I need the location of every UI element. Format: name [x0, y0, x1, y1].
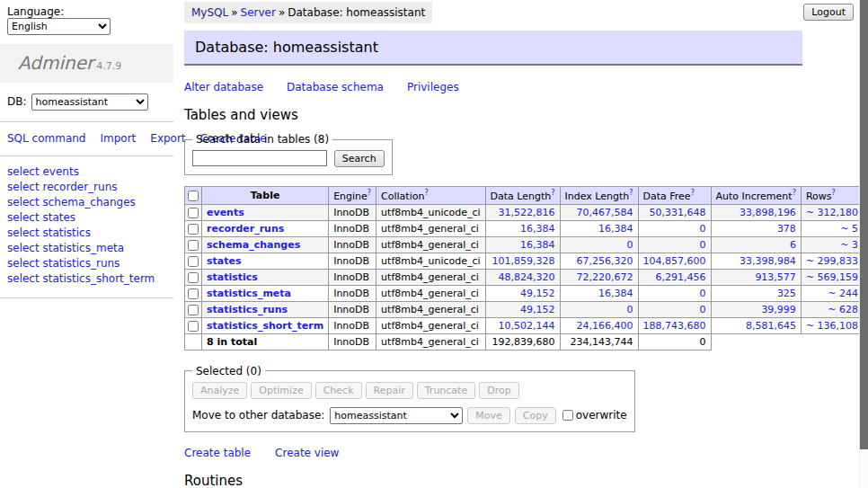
data-free-events-link[interactable]: 50,331,648 — [650, 207, 706, 218]
rows-statistics-link[interactable]: ~ 569,159 — [806, 271, 858, 283]
sidebar-action-sql-command[interactable]: SQL command — [7, 132, 85, 145]
help-icon[interactable]: ? — [551, 189, 554, 197]
data-length-recorder_runs-link[interactable]: 16,384 — [520, 223, 555, 235]
help-icon[interactable]: ? — [691, 189, 695, 197]
auto-increment-statistics-link[interactable]: 913,577 — [755, 271, 796, 283]
selected-repair-button[interactable]: Repair — [366, 382, 413, 399]
auto-increment-schema_changes-link[interactable]: 6 — [790, 239, 796, 251]
selected-analyze-button[interactable]: Analyze — [192, 382, 247, 399]
row-checkbox-events[interactable] — [188, 208, 199, 218]
rows-events-link[interactable]: ~ 312,180 — [806, 207, 858, 218]
sidebar-table-link-select-recorder-runs[interactable]: select recorder_runs — [7, 180, 166, 195]
table-link-statistics_meta[interactable]: statistics_meta — [207, 288, 291, 299]
row-checkbox-statistics_meta[interactable] — [188, 288, 199, 299]
row-checkbox-statistics_short_term[interactable] — [188, 321, 199, 332]
rows-statistics_runs-link[interactable]: ~ 628 — [828, 304, 858, 315]
table-link-statistics_short_term[interactable]: statistics_short_term — [207, 320, 323, 332]
sidebar-table-link-select-schema-changes[interactable]: select schema_changes — [7, 195, 166, 210]
database-link-privileges[interactable]: Privileges — [407, 81, 459, 93]
data-free-statistics_runs-link[interactable]: 0 — [700, 304, 706, 315]
sidebar-table-link-select-statistics-short-term[interactable]: select statistics_short_term — [7, 271, 166, 287]
language-select[interactable]: English — [7, 18, 111, 35]
table-link-recorder_runs[interactable]: recorder_runs — [207, 223, 284, 235]
database-link-database-schema[interactable]: Database schema — [287, 81, 384, 93]
index-length-schema_changes-link[interactable]: 0 — [627, 239, 633, 251]
help-icon[interactable]: ? — [424, 189, 428, 197]
help-icon[interactable]: ? — [368, 189, 371, 197]
row-checkbox-statistics[interactable] — [188, 272, 199, 283]
scrollbar[interactable] — [859, 0, 868, 488]
index-length-statistics-link[interactable]: 72,220,672 — [577, 271, 633, 283]
data-length-schema_changes-link[interactable]: 16,384 — [520, 239, 555, 251]
help-icon[interactable]: ? — [629, 189, 633, 197]
logout-button[interactable]: Logout — [803, 4, 854, 21]
sidebar-table-link-select-statistics-meta[interactable]: select statistics_meta — [7, 241, 166, 256]
row-checkbox-statistics_runs[interactable] — [188, 305, 199, 315]
database-link-alter-database[interactable]: Alter database — [184, 81, 263, 93]
data-free-schema_changes-link[interactable]: 0 — [700, 239, 706, 251]
auto-increment-statistics_meta-link[interactable]: 325 — [777, 288, 796, 299]
sidebar-action-import[interactable]: Import — [100, 132, 136, 145]
row-checkbox-states[interactable] — [188, 256, 199, 267]
rows-statistics_short_term-link[interactable]: ~ 136,108 — [806, 320, 858, 332]
data-length-statistics_runs-link[interactable]: 49,152 — [520, 304, 555, 315]
table-link-schema_changes[interactable]: schema_changes — [207, 239, 300, 251]
table-link-statistics_runs[interactable]: statistics_runs — [207, 304, 288, 315]
index-length-statistics_short_term-link[interactable]: 24,166,400 — [577, 320, 633, 332]
scrollbar-thumb[interactable] — [860, 0, 868, 449]
data-free-statistics_short_term-link[interactable]: 188,743,680 — [643, 320, 706, 332]
data-length-statistics_short_term-link[interactable]: 10,502,144 — [499, 320, 555, 332]
row-checkbox-recorder_runs[interactable] — [188, 224, 199, 235]
selected-optimize-button[interactable]: Optimize — [251, 382, 311, 399]
index-length-statistics_meta-link[interactable]: 16,384 — [598, 288, 633, 299]
auto-increment-events-link[interactable]: 33,898,196 — [740, 207, 796, 218]
search-button[interactable]: Search — [334, 150, 385, 167]
rows-states-link[interactable]: ~ 299,833 — [806, 255, 858, 267]
data-length-events-link[interactable]: 31,522,816 — [499, 207, 555, 218]
index-length-recorder_runs-link[interactable]: 16,384 — [598, 223, 633, 235]
data-length-statistics-link[interactable]: 48,824,320 — [499, 271, 555, 283]
data-free-statistics-link[interactable]: 6,291,456 — [656, 271, 706, 283]
help-icon[interactable]: ? — [831, 189, 835, 197]
auto-increment-statistics_short_term-link[interactable]: 8,581,645 — [746, 320, 796, 332]
index-length-recorder_runs-cell: 16,384 — [560, 220, 638, 236]
auto-increment-recorder_runs-link[interactable]: 378 — [777, 223, 796, 235]
breadcrumb-server-link[interactable]: Server — [241, 6, 276, 19]
search-input[interactable] — [192, 150, 327, 166]
create-link-create-table[interactable]: Create table — [184, 447, 251, 459]
move-database-select[interactable]: homeassistant — [330, 407, 463, 424]
auto-increment-states-link[interactable]: 33,398,984 — [740, 255, 796, 267]
table-link-states[interactable]: states — [207, 255, 242, 267]
create-link-create-view[interactable]: Create view — [275, 447, 339, 459]
index-length-states-link[interactable]: 67,256,320 — [577, 255, 633, 267]
selected-drop-button[interactable]: Drop — [479, 382, 518, 399]
breadcrumb-mysql-link[interactable]: MySQL — [191, 6, 228, 19]
sidebar-table-link-select-statistics[interactable]: select statistics — [7, 226, 166, 241]
auto-increment-statistics_runs-link[interactable]: 39,999 — [761, 304, 796, 315]
sidebar-table-link-select-events[interactable]: select events — [7, 164, 166, 180]
db-select[interactable]: homeassistant — [31, 93, 148, 111]
data-free-statistics_meta-link[interactable]: 0 — [700, 288, 706, 299]
overwrite-checkbox[interactable] — [562, 410, 573, 421]
selected-truncate-button[interactable]: Truncate — [417, 382, 475, 399]
sidebar-table-link-select-states[interactable]: select states — [7, 210, 166, 226]
table-link-events[interactable]: events — [207, 207, 244, 218]
index-length-statistics_runs-link[interactable]: 0 — [627, 304, 633, 315]
row-checkbox-schema_changes[interactable] — [188, 240, 199, 251]
table-link-statistics[interactable]: statistics — [207, 271, 258, 283]
data-free-recorder_runs-link[interactable]: 0 — [700, 223, 706, 235]
move-copy-button[interactable]: Copy — [515, 407, 556, 424]
rows-statistics_meta-link[interactable]: ~ 244 — [828, 288, 858, 299]
data-length-statistics_meta-link[interactable]: 49,152 — [520, 288, 555, 299]
data-length-states-link[interactable]: 101,859,328 — [492, 255, 555, 267]
rows-schema_changes-link[interactable]: ~ 3 — [840, 239, 858, 251]
selected-check-button[interactable]: Check — [315, 382, 362, 399]
help-icon[interactable]: ? — [793, 189, 796, 197]
rows-recorder_runs-link[interactable]: ~ 5 — [840, 223, 858, 235]
data-free-states-link[interactable]: 104,857,600 — [643, 255, 706, 267]
index-length-events-link[interactable]: 70,467,584 — [577, 207, 633, 218]
check-all-checkbox[interactable] — [188, 191, 199, 201]
sidebar-table-link-select-statistics-runs[interactable]: select statistics_runs — [7, 256, 166, 271]
logout-area: Logout — [803, 4, 854, 21]
move-move-button[interactable]: Move — [467, 407, 510, 424]
